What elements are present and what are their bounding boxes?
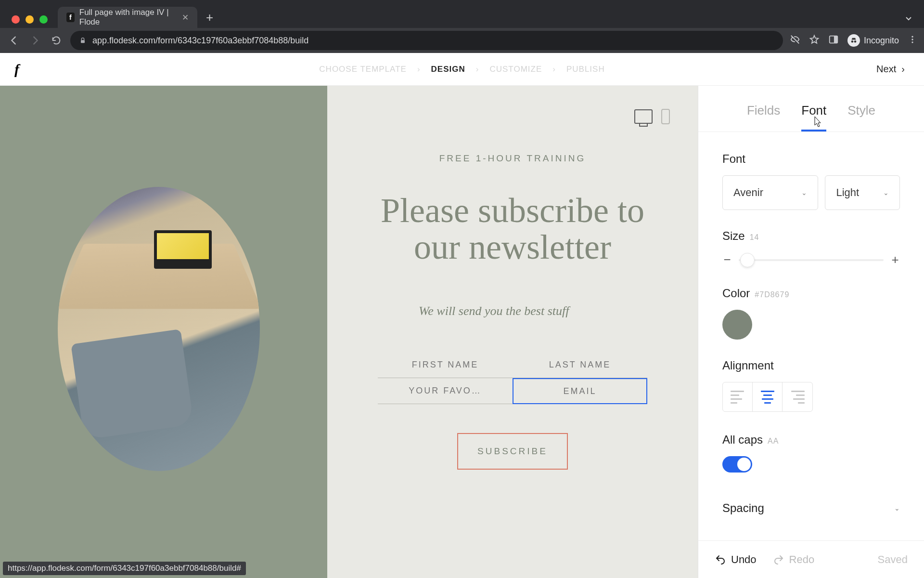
size-slider: − + <box>722 252 900 267</box>
main: FREE 1-HOUR TRAINING Please subscribe to… <box>0 86 924 578</box>
lock-icon <box>79 37 87 44</box>
step-customize[interactable]: CUSTOMIZE <box>489 65 542 74</box>
size-slider-track[interactable] <box>739 259 884 261</box>
cursor-icon <box>811 116 822 129</box>
tab-title: Full page with image IV | Flode <box>79 8 173 27</box>
tabs-dropdown-icon[interactable] <box>904 13 913 25</box>
spacing-section[interactable]: Spacing ⌄ <box>722 501 900 515</box>
sidebar-footer: Undo Redo Saved <box>698 540 924 578</box>
incognito-icon <box>847 34 860 47</box>
omnibar: app.flodesk.com/form/6343c197f60a3ebbf70… <box>0 28 924 53</box>
favorite-field[interactable] <box>378 378 513 404</box>
undo-button[interactable]: Undo <box>715 553 757 566</box>
tab-fields[interactable]: Fields <box>747 103 780 123</box>
size-label: Size 14 <box>722 229 900 243</box>
toolbar-right: Incognito <box>790 34 917 47</box>
color-value: #7D8679 <box>755 290 789 299</box>
chevron-right-icon: › <box>417 65 421 74</box>
hero-image <box>58 187 260 471</box>
size-decrease-button[interactable]: − <box>722 252 732 267</box>
address-bar[interactable]: app.flodesk.com/form/6343c197f60a3ebbf70… <box>70 31 783 50</box>
fields-row-2 <box>366 378 659 404</box>
svg-point-5 <box>911 36 913 38</box>
panel-icon[interactable] <box>828 34 839 47</box>
chevron-down-icon: ⌄ <box>801 189 807 197</box>
email-field[interactable] <box>513 378 647 404</box>
color-label-text: Color <box>722 287 750 300</box>
favicon-icon: f <box>66 13 75 22</box>
browser-chrome: f Full page with image IV | Flode ✕ + ap… <box>0 0 924 53</box>
font-selects: Avenir ⌄ Light ⌄ <box>722 175 900 210</box>
step-publish[interactable]: PUBLISH <box>566 65 605 74</box>
svg-rect-2 <box>834 36 837 43</box>
canvas[interactable]: FREE 1-HOUR TRAINING Please subscribe to… <box>0 86 698 578</box>
incognito-label: Incognito <box>864 36 899 46</box>
color-swatch[interactable] <box>722 310 752 340</box>
headline-text[interactable]: Please subscribe to our newsletter <box>366 193 659 265</box>
chevron-down-icon: ⌄ <box>883 189 889 197</box>
align-right-button[interactable] <box>783 382 812 411</box>
size-increase-button[interactable]: + <box>890 252 900 267</box>
align-center-button[interactable] <box>753 382 783 411</box>
form-preview: FREE 1-HOUR TRAINING Please subscribe to… <box>327 86 698 578</box>
spacing-label: Spacing <box>722 501 764 515</box>
app-header: f CHOOSE TEMPLATE › DESIGN › CUSTOMIZE ›… <box>0 53 924 86</box>
svg-point-3 <box>851 40 854 43</box>
svg-point-6 <box>911 39 913 40</box>
alignment-group <box>722 382 813 412</box>
font-family-select[interactable]: Avenir ⌄ <box>722 175 818 210</box>
allcaps-toggle[interactable] <box>722 456 752 473</box>
font-weight-value: Light <box>836 186 859 199</box>
size-value: 14 <box>750 233 759 242</box>
subscribe-button[interactable]: SUBSCRIBE <box>457 433 568 470</box>
browser-tab[interactable]: f Full page with image IV | Flode ✕ <box>58 7 197 28</box>
eyebrow-text[interactable]: FREE 1-HOUR TRAINING <box>366 153 659 164</box>
eye-off-icon[interactable] <box>790 34 800 47</box>
star-icon[interactable] <box>809 34 820 47</box>
allcaps-label: All caps AA <box>722 433 900 447</box>
last-name-field[interactable] <box>513 352 647 378</box>
incognito-indicator[interactable]: Incognito <box>847 34 899 47</box>
next-label: Next <box>876 64 896 74</box>
forward-button <box>28 35 42 46</box>
chevron-down-icon: ⌄ <box>894 504 900 512</box>
align-left-button[interactable] <box>723 382 753 411</box>
next-button[interactable]: Next › <box>876 64 905 75</box>
window-controls <box>12 15 48 24</box>
alignment-label: Alignment <box>722 359 900 372</box>
svg-rect-0 <box>81 40 85 43</box>
first-name-field[interactable] <box>378 352 513 378</box>
redo-button[interactable]: Redo <box>773 553 815 566</box>
kebab-menu-icon[interactable] <box>908 35 917 46</box>
back-button[interactable] <box>7 35 21 46</box>
maximize-window-icon[interactable] <box>39 15 48 24</box>
font-section-label: Font <box>722 152 900 166</box>
tab-style[interactable]: Style <box>847 103 875 123</box>
tab-strip: f Full page with image IV | Flode ✕ + <box>58 7 213 28</box>
undo-icon <box>715 554 726 565</box>
redo-label: Redo <box>789 553 815 566</box>
close-tab-icon[interactable]: ✕ <box>182 13 189 23</box>
undo-label: Undo <box>731 553 757 566</box>
color-label: Color #7D8679 <box>722 287 900 300</box>
font-weight-select[interactable]: Light ⌄ <box>825 175 900 210</box>
new-tab-button[interactable]: + <box>206 10 213 25</box>
wizard-steps: CHOOSE TEMPLATE › DESIGN › CUSTOMIZE › P… <box>319 65 604 74</box>
url-text: app.flodesk.com/form/6343c197f60a3ebbf70… <box>92 36 308 46</box>
step-design[interactable]: DESIGN <box>431 65 465 74</box>
svg-point-7 <box>911 41 913 43</box>
browser-status-bar: https://app.flodesk.com/form/6343c197f60… <box>3 562 246 575</box>
step-choose-template[interactable]: CHOOSE TEMPLATE <box>319 65 407 74</box>
subtext[interactable]: We will send you the best stuff <box>366 304 659 318</box>
app-logo[interactable]: f <box>14 61 19 78</box>
settings-sidebar: Fields Font Style Font Avenir ⌄ Light ⌄ … <box>698 86 924 578</box>
close-window-icon[interactable] <box>12 15 20 24</box>
sidebar-body: Font Avenir ⌄ Light ⌄ Size 14 − <box>698 132 924 540</box>
chevron-right-icon: › <box>552 65 556 74</box>
reload-button[interactable] <box>49 35 64 46</box>
size-slider-thumb[interactable] <box>740 253 755 267</box>
allcaps-label-text: All caps <box>722 433 763 447</box>
size-label-text: Size <box>722 229 745 243</box>
minimize-window-icon[interactable] <box>26 15 34 24</box>
chevron-right-icon: › <box>476 65 479 74</box>
